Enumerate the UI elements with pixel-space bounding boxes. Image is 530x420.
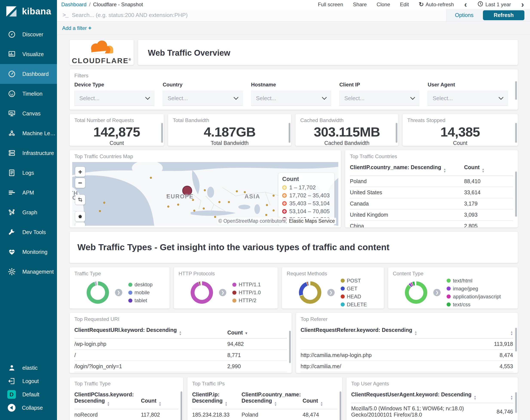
filter-select-country[interactable]: Select... (163, 91, 243, 106)
sort-icon: ▲▼ (510, 395, 513, 400)
time-back-button[interactable]: ‹ (464, 0, 468, 9)
legend-item-delete[interactable]: DELETE (341, 301, 367, 308)
crop-tool-button[interactable] (75, 195, 85, 205)
table-row: 113,918 (301, 339, 513, 350)
column-header-clientrequestreferer-keyword-descending[interactable]: ClientRequestReferer.keyword: Descending… (301, 324, 466, 339)
sidebar-item-logout[interactable]: Logout (0, 375, 57, 388)
column-header-clientrequesturi-keyword-descending[interactable]: ClientRequestURI.keyword: Descending▲▼ (74, 324, 227, 339)
column-header-count[interactable]: Count▼ (227, 324, 287, 339)
sidebar-item-dashboard[interactable]: Dashboard (0, 64, 57, 84)
filter-select-device-type[interactable]: Select... (74, 91, 154, 106)
legend-item-application-javascript[interactable]: application/javascript (447, 294, 501, 300)
sidebar-item-monitoring[interactable]: Monitoring (0, 242, 57, 262)
column-header-clientrequestuseragent-keyword-descending[interactable]: ClientRequestUserAgent.keyword: Descendi… (351, 388, 481, 403)
sidebar-item-apm[interactable]: APM (0, 183, 57, 202)
legend-item-text-css[interactable]: text/css (447, 301, 501, 308)
legend-item-desktop[interactable]: desktop (128, 282, 153, 288)
column-header-count[interactable]: ▲▼ (481, 388, 513, 403)
sidebar-item-discover[interactable]: Discover (0, 25, 57, 44)
scrollbar[interactable] (180, 391, 182, 420)
sidebar-item-machine-learning[interactable]: Machine Learning (0, 123, 57, 143)
topbar-edit-button[interactable]: Edit (400, 1, 409, 8)
filter-select-user-agent[interactable]: Select... (428, 91, 508, 106)
sidebar-item-collapse[interactable]: Collapse (0, 401, 57, 414)
donut-chart[interactable] (191, 281, 213, 304)
topbar-full-screen-button[interactable]: Full screen (318, 1, 343, 8)
sidebar-item-dev-tools[interactable]: Dev Tools (0, 222, 57, 242)
wrench-icon (8, 228, 16, 236)
kibana-logo[interactable]: kibana (0, 0, 57, 21)
table-row: Mozilla/5.0 (Windows NT 6.1; WOW64; rv:1… (351, 403, 513, 420)
legend-item-http-1-0[interactable]: HTTP/1.0 (232, 289, 261, 296)
logout-icon (8, 377, 16, 385)
column-header-clientip-ip-descending[interactable]: ClientIP.ip: Descending▲▼ (192, 388, 242, 409)
column-header-clientip-country-name-descending[interactable]: ClientIP.country_name: Descending▲▼ (242, 388, 303, 409)
legend-item-http-2[interactable]: HTTP/2 (232, 298, 261, 303)
search-input[interactable] (72, 12, 446, 18)
scrollbar[interactable] (396, 123, 398, 143)
column-header-count[interactable]: Count▲▼ (464, 161, 513, 176)
legend-item-mobile[interactable]: mobile (128, 289, 153, 296)
gauge-icon (8, 70, 16, 78)
scrollbar[interactable] (515, 392, 517, 413)
sidebar-item-logs[interactable]: Logs (0, 163, 57, 183)
chevron-down-icon (410, 95, 415, 100)
legend-item-post[interactable]: POST (341, 278, 367, 284)
column-header-clientip-country-name-descending[interactable]: ClientIP.country_name: Descending▲▼ (350, 161, 464, 176)
polygon-tool-button[interactable] (75, 211, 85, 221)
sidebar-item-default[interactable]: DDefault (0, 388, 57, 401)
scrollbar[interactable] (515, 172, 517, 217)
column-header-count[interactable]: ▲▼ (466, 324, 513, 339)
filter-select-hostname[interactable]: Select... (251, 91, 331, 106)
legend-item-tablet[interactable]: tablet (128, 298, 153, 303)
chevron-down-icon (322, 95, 327, 100)
column-header-count[interactable]: Count▲▼ (141, 388, 178, 409)
scrollbar[interactable] (515, 81, 517, 100)
breadcrumb-dashboard-link[interactable]: Dashboard (61, 1, 86, 8)
legend-item-http-1-1[interactable]: HTTP/1.1 (232, 282, 261, 288)
world-map[interactable]: EUROPEASIATHIC + − (72, 162, 338, 226)
sidebar-item-timelion[interactable]: Timelion (0, 84, 57, 104)
time-forward-button[interactable]: › (521, 0, 524, 9)
table-cell: 84,746 (481, 403, 513, 420)
add-filter-link[interactable]: Add a filter + (62, 25, 91, 31)
time-range-label: Last 1 year (486, 1, 511, 8)
scrollbar[interactable] (161, 123, 163, 143)
scrollbar[interactable] (339, 391, 341, 420)
topbar-share-button[interactable]: Share (353, 1, 367, 8)
sidebar-item-elastic[interactable]: elastic (0, 361, 57, 375)
scrollbar[interactable] (515, 123, 517, 143)
time-picker[interactable]: Last 1 year (477, 1, 511, 8)
legend-expand-icon[interactable]: ❯ (433, 289, 441, 296)
donut-chart[interactable] (87, 281, 109, 304)
legend-item-text-html[interactable]: text/html (447, 278, 501, 284)
sidebar-item-canvas[interactable]: Canvas (0, 104, 57, 123)
sidebar-item-infrastructure[interactable]: Infrastructure (0, 143, 57, 163)
scrollbar[interactable] (289, 331, 291, 363)
zoom-out-button[interactable]: − (75, 178, 85, 188)
donut-chart[interactable] (299, 281, 321, 304)
zoom-in-button[interactable]: + (75, 167, 85, 177)
column-header-count[interactable]: Count▲▼ (303, 388, 338, 409)
legend-item-head[interactable]: HEAD (341, 294, 367, 300)
rectangle-tool-button[interactable] (75, 223, 85, 226)
legend-item-get[interactable]: GET (341, 286, 367, 292)
topbar-clone-button[interactable]: Clone (377, 1, 390, 8)
sidebar-item-graph[interactable]: Graph (0, 202, 57, 222)
legend-expand-icon[interactable]: ❯ (327, 289, 335, 296)
scrollbar[interactable] (515, 328, 517, 351)
legend-item-image-jpeg[interactable]: image/jpeg (447, 286, 501, 292)
filter-select-client-ip[interactable]: Select... (339, 91, 419, 106)
donut-chart[interactable] (405, 281, 427, 304)
table-row: Canada3,179 (350, 198, 513, 209)
legend-expand-icon[interactable]: ❯ (115, 289, 122, 296)
sidebar-item-visualize[interactable]: Visualize (0, 44, 57, 64)
legend-expand-icon[interactable]: ❯ (219, 289, 226, 296)
scrollbar[interactable] (289, 123, 290, 143)
refresh-button[interactable]: Refresh (483, 10, 524, 20)
legend-color-dot (341, 286, 345, 291)
options-link[interactable]: Options (455, 12, 473, 18)
column-header-clientipclass-keyword-descending[interactable]: ClientIPClass.keyword: Descending▲▼ (74, 388, 141, 409)
sidebar-item-management[interactable]: Management (0, 262, 57, 282)
auto-refresh-button[interactable]: ↻ Auto-refresh (419, 1, 454, 8)
